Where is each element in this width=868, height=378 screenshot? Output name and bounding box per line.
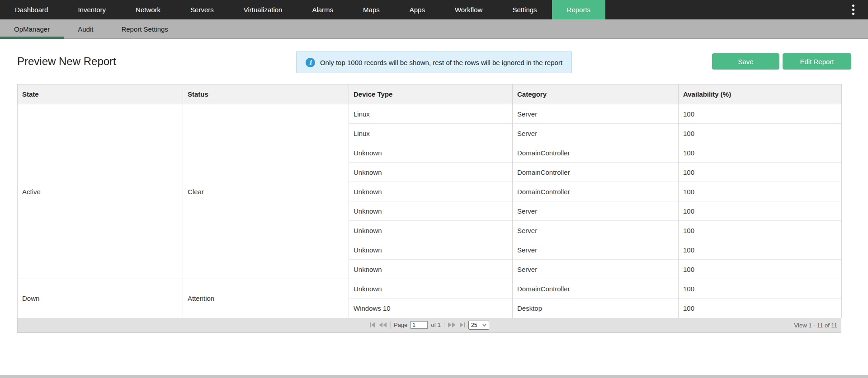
tab-report-settings[interactable]: Report Settings xyxy=(107,19,182,39)
category-cell: DomainController xyxy=(513,163,679,182)
column-header-device-type: Device Type xyxy=(349,84,513,104)
device-type-cell: Unknown xyxy=(349,182,513,201)
page-of-label: of 1 xyxy=(431,322,441,328)
device-type-cell: Windows 10 xyxy=(349,299,513,318)
device-type-cell: Unknown xyxy=(349,260,513,279)
header-buttons: Save Edit Report xyxy=(712,53,851,70)
nav-item-dashboard[interactable]: Dashboard xyxy=(0,0,63,19)
kebab-menu-icon[interactable] xyxy=(852,0,854,19)
nav-item-workflow[interactable]: Workflow xyxy=(440,0,497,19)
first-page-icon[interactable] xyxy=(369,322,376,327)
chevron-down-icon xyxy=(482,324,486,327)
nav-item-reports[interactable]: Reports xyxy=(552,0,606,19)
category-cell: Server xyxy=(513,124,679,143)
table-row: ActiveClearLinuxServer100 xyxy=(18,104,842,124)
device-type-cell: Unknown xyxy=(349,163,513,182)
tab-audit[interactable]: Audit xyxy=(64,19,107,39)
availability-cell: 100 xyxy=(679,124,842,143)
device-type-cell: Linux xyxy=(349,124,513,143)
category-cell: Desktop xyxy=(513,299,679,318)
nav-item-virtualization[interactable]: Virtualization xyxy=(229,0,297,19)
device-type-cell: Unknown xyxy=(349,201,513,221)
horizontal-scrollbar[interactable] xyxy=(0,375,868,378)
table-body: ActiveClearLinuxServer100LinuxServer100U… xyxy=(18,104,842,318)
column-header-category: Category xyxy=(513,84,679,104)
category-cell: Server xyxy=(513,221,679,240)
edit-report-button[interactable]: Edit Report xyxy=(783,53,851,70)
info-banner: i Only top 1000 records will be shown, r… xyxy=(296,51,572,73)
column-header-availability-: Availability (%) xyxy=(679,84,842,104)
report-tabbar: OpManagerAuditReport Settings xyxy=(0,19,868,39)
column-header-status: Status xyxy=(183,84,349,104)
view-range-label: View 1 - 11 of 11 xyxy=(794,322,837,328)
category-cell: DomainController xyxy=(513,182,679,201)
next-page-icon[interactable] xyxy=(448,322,456,327)
status-cell: Clear xyxy=(183,104,349,279)
previous-page-icon[interactable] xyxy=(379,322,387,327)
table-row: DownAttentionUnknownDomainController100 xyxy=(18,279,842,299)
availability-cell: 100 xyxy=(679,279,842,299)
status-cell: Attention xyxy=(183,279,349,318)
availability-cell: 100 xyxy=(679,104,842,124)
availability-cell: 100 xyxy=(679,260,842,279)
info-banner-text: Only top 1000 records will be shown, res… xyxy=(320,59,562,66)
content-header: Preview New Report i Only top 1000 recor… xyxy=(0,39,868,84)
availability-cell: 100 xyxy=(679,163,842,182)
availability-cell: 100 xyxy=(679,221,842,240)
nav-item-apps[interactable]: Apps xyxy=(395,0,440,19)
nav-items: DashboardInventoryNetworkServersVirtuali… xyxy=(0,0,605,19)
top-navbar: DashboardInventoryNetworkServersVirtuali… xyxy=(0,0,868,19)
page-number-input[interactable] xyxy=(410,321,428,329)
tab-opmanager[interactable]: OpManager xyxy=(0,19,64,39)
availability-cell: 100 xyxy=(679,182,842,201)
availability-cell: 100 xyxy=(679,240,842,260)
device-type-cell: Unknown xyxy=(349,279,513,299)
state-cell: Active xyxy=(18,104,183,279)
nav-item-alarms[interactable]: Alarms xyxy=(297,0,348,19)
availability-cell: 100 xyxy=(679,299,842,318)
device-type-cell: Linux xyxy=(349,104,513,124)
nav-item-network[interactable]: Network xyxy=(121,0,175,19)
category-cell: Server xyxy=(513,201,679,221)
pagination-bar: Page of 1 25 View 1 - 11 of 11 xyxy=(17,318,841,333)
state-cell: Down xyxy=(18,279,183,318)
pager-separator xyxy=(444,322,444,329)
column-header-state: State xyxy=(18,84,183,104)
last-page-icon[interactable] xyxy=(459,322,465,327)
category-cell: DomainController xyxy=(513,143,679,163)
nav-item-settings[interactable]: Settings xyxy=(497,0,552,19)
device-type-cell: Unknown xyxy=(349,221,513,240)
category-cell: Server xyxy=(513,104,679,124)
nav-item-maps[interactable]: Maps xyxy=(348,0,395,19)
nav-item-servers[interactable]: Servers xyxy=(175,0,229,19)
device-type-cell: Unknown xyxy=(349,240,513,260)
category-cell: DomainController xyxy=(513,279,679,299)
device-type-cell: Unknown xyxy=(349,143,513,163)
page-size-value: 25 xyxy=(471,322,477,328)
page-label: Page xyxy=(394,322,407,328)
category-cell: Server xyxy=(513,260,679,279)
report-table-wrap: StateStatusDevice TypeCategoryAvailabili… xyxy=(17,84,841,333)
table-header-row: StateStatusDevice TypeCategoryAvailabili… xyxy=(18,84,842,104)
pager-separator xyxy=(390,322,391,329)
nav-item-inventory[interactable]: Inventory xyxy=(63,0,121,19)
availability-cell: 100 xyxy=(679,201,842,221)
availability-cell: 100 xyxy=(679,143,842,163)
page-title: Preview New Report xyxy=(17,55,116,68)
save-button[interactable]: Save xyxy=(712,53,779,70)
report-table: StateStatusDevice TypeCategoryAvailabili… xyxy=(17,84,842,318)
page-size-select[interactable]: 25 xyxy=(468,321,489,330)
category-cell: Server xyxy=(513,240,679,260)
info-icon: i xyxy=(306,58,315,67)
